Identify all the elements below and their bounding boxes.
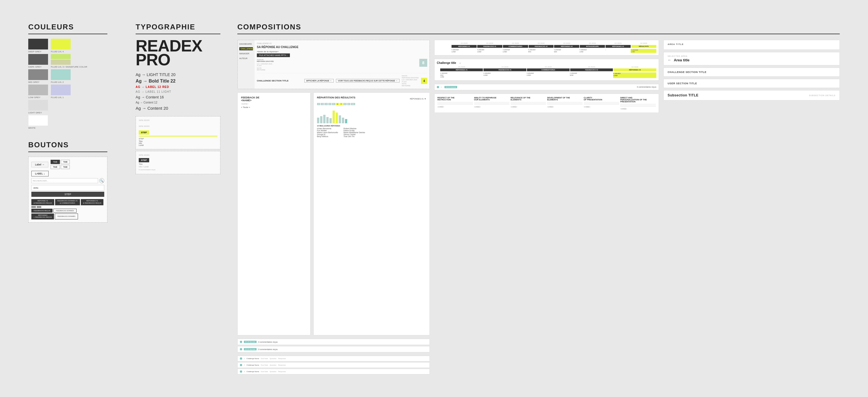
feedbacks-donnes3-btn[interactable]: FEEDBACKS DONNÉS — [55, 214, 78, 220]
step-progress-line — [139, 136, 217, 137]
bar-3 — [323, 115, 326, 123]
swatch-signature — [51, 60, 71, 65]
panel-area-title: AREA TITLE — [668, 43, 836, 46]
comp-mid-col: XX 20/20 XX 20/20 XX 20/20 XX 20/20 XX 2… — [434, 40, 659, 374]
btn-row-step: STEP — [31, 192, 104, 197]
file-btn[interactable]: FILE ATTACHED NAME.PPTX ↓ — [257, 53, 290, 57]
rubric-col-3: RELEVANCE OF THEELEMENTS <CRÉÉ> — [510, 97, 546, 108]
col-reponses3: RÉPONSES #3 — [606, 45, 631, 48]
bar-9 — [342, 118, 344, 123]
subsection-title: Subsection TITLE — [668, 93, 699, 97]
feedbacks-donnes-btn[interactable]: FEEDBACKS DONNÉS #1& COMMENTAIRES — [55, 199, 80, 205]
search-input-mock: RECHERCHER... — [31, 178, 98, 183]
reponses-dropdown[interactable]: RÉPONSES #1 ▼ — [410, 98, 426, 100]
col-feedbacks1: FEEDBACKS #1 — [477, 45, 502, 48]
bar-2 — [320, 116, 322, 123]
bar-8 — [339, 115, 341, 123]
colors-grid: DEEP GREY FLUID LVL 4 DARK GREY — [28, 39, 107, 129]
nav-dashboard[interactable]: DASHBOARD — [239, 42, 253, 46]
btn-row-2: LABEL ↓ — [31, 171, 104, 176]
mini-card-1: 1 Challenge Name Due Date Question Respo… — [237, 356, 430, 361]
panel-area-title-section: AREA TITLE — [663, 40, 840, 50]
grey-btn-2[interactable] — [37, 206, 41, 208]
color-row-2: DARK GREY FLUID LVL 3 / SIGNATURE COLOR — [28, 54, 107, 68]
label-arrow-btn[interactable]: Label → — [31, 162, 48, 167]
typo-column: TYPOGRAPHIE READEX PRO Ag → LIGHT TITLE … — [135, 23, 220, 374]
color-row-5: LIGHT GREY — [28, 100, 107, 114]
score-data-row: 4 JANVIERLUNDI 4 JANVIERLUNDI 4 JANVIERL… — [437, 49, 656, 53]
green-dot-2 — [240, 348, 242, 350]
reponses-feedbacks2-btn[interactable]: RÉPONSES+ FEEDBACKS REÇUS — [31, 214, 54, 220]
afficher-btn[interactable]: AFFICHER LA RÉPONSE → — [304, 79, 334, 83]
nav-auteur[interactable]: AUTEUR — [239, 57, 253, 60]
col-reponses2: RÉPONSES #2 — [554, 45, 579, 48]
step-info: STEP — [139, 138, 217, 140]
panel-subsection: Subsection TITLE SUBSECTION DETAILS — [663, 90, 840, 101]
response-card-1: 02:10 donnée 3 commentaires reçus — [237, 339, 430, 345]
search-row: RECHERCHER... 🔍 — [31, 178, 104, 183]
tab-btn-1[interactable]: TAB — [51, 160, 60, 164]
nav-challenges[interactable]: CHALLENGES — [239, 47, 253, 50]
typo-entry-3: AG → LABEL 12 RED — [135, 85, 220, 88]
grey-btn-1[interactable] — [31, 206, 36, 208]
results-card: RÉPARTITION DES RÉSULTATS RÉPONSES #1 ▼ … — [313, 92, 430, 335]
subsection-details: SUBSECTION DETAILS — [809, 94, 836, 96]
reponse-feedbacks-btn[interactable]: RÉPONSE #1& FEEDBACKS REÇUS — [31, 199, 54, 205]
tab-btn-3[interactable]: TAB — [51, 165, 60, 169]
col-reponses1: RÉPONSES #1 — [452, 45, 477, 48]
label-down-btn[interactable]: LABEL ↓ — [31, 171, 49, 176]
feedbacks-donnes2-btn[interactable]: FEEDBACKS DONNÉS — [53, 209, 76, 212]
color-row-3: MID GREY FLUID LVL 2 — [28, 69, 107, 83]
swatch-fluid2 — [51, 69, 71, 80]
challenge-score-table: Challenge title → XX 20/20 XX 20/20 XX 2… — [434, 59, 659, 81]
swatch-mid-grey — [28, 69, 48, 80]
boutons-title: BOUTONS — [28, 141, 107, 152]
score-col-headers: RÉPONSES #1 FEEDBACKS #1 COMMENTAIRES FE… — [437, 45, 656, 48]
challenge-sidebar: DASHBOARD CHALLENGES MANAGER AUTEUR CHAL… — [238, 40, 430, 89]
bar-7 — [336, 113, 338, 123]
typo-entries: Ag → LIGHT TITLE 20 Ag → Bold Title 22 A… — [135, 73, 220, 111]
step-dark-btn: STEP — [139, 158, 149, 162]
big-score-table: XX 20/20 XX 20/20 XX 20/20 XX 20/20 XX 2… — [434, 40, 659, 55]
challenge-card: DASHBOARD CHALLENGES MANAGER AUTEUR CHAL… — [237, 40, 430, 89]
back-arrow-icon[interactable]: ← — [668, 58, 672, 62]
names-lists: 10 MEILLEURES RÉPONSES Icham Benzema Fox… — [317, 125, 426, 137]
delta-input[interactable]: delta — [31, 185, 104, 191]
challenge-arrow: → — [458, 61, 461, 64]
typo-entry-6: Ag → Content 12 — [135, 101, 220, 104]
compositions-title: COMPOSITIONS — [237, 23, 840, 34]
comp-left-col: DASHBOARD CHALLENGES MANAGER AUTEUR CHAL… — [237, 40, 430, 374]
voir-feedbacks-btn[interactable]: VOIR TOUS LES FEEDBACKS REÇUS SUR CETTE … — [336, 79, 400, 83]
rubric-col-2: ABILITY TO REPHRASEOUR ELEMENTS <CRÉÉ> — [474, 97, 509, 108]
response-card-2: 02:10 donnée 3 commentaires reçus — [237, 346, 430, 352]
nav-manager[interactable]: MANAGER — [239, 52, 253, 55]
tab-btn-4[interactable]: TAB — [61, 165, 70, 169]
results-bar-chart — [317, 106, 426, 123]
typo-entry-4: AG → LABEL 11 LIGHT — [135, 90, 220, 93]
typo-entry-7: Ag → Content 20 — [135, 106, 220, 111]
feedback-results-row: FEEDBACK DE<NAME> <DATE> « Texte » RÉPAR… — [237, 92, 430, 335]
col-resultats: RÉSULTATS — [631, 45, 656, 48]
challenge-number: CHALLENGE #2 — [257, 42, 427, 45]
swatch-fluid3 — [51, 54, 71, 59]
step-btn[interactable]: STEP — [31, 192, 104, 197]
reponses-btn[interactable]: RÉPONSES #1& FEEDBACKS REÇUS — [81, 199, 104, 205]
search-icon[interactable]: 🔍 — [99, 178, 104, 183]
swatch-white — [28, 115, 48, 126]
selected-area-label: SELECTED AREA — [668, 55, 836, 57]
comp-right-col: AREA TITLE SELECTED AREA ← Area title CH… — [663, 40, 840, 374]
rubric-value-4: <CRÉÉ> — [547, 106, 582, 108]
feedbacks-recus-btn[interactable]: FEEDBACKS REÇUS — [31, 209, 53, 212]
step-component: XX% XX/XX XX% XX/XX STEP STEP TitreInfoL… — [135, 116, 220, 149]
swatch-dark-grey — [28, 54, 48, 65]
typo-entry-1: Ag → LIGHT TITLE 20 — [135, 73, 220, 77]
tab-btn-2[interactable]: TAB — [61, 160, 70, 164]
comp-main: DASHBOARD CHALLENGES MANAGER AUTEUR CHAL… — [237, 40, 840, 374]
col-feedbacks2: FEEDBACKS #2 — [529, 45, 554, 48]
panel-user-section: USER SECTION TITLE — [663, 79, 840, 88]
response-label: «texte de la réponse» — [257, 50, 427, 53]
rubric-col-1: RESPECT OF THEINSTRUCTION <CRÉÉ> — [437, 97, 473, 108]
buttons-section: BOUTONS Label → TAB TAB TAB — [28, 141, 107, 223]
panel-selected-area: SELECTED AREA ← Area title — [663, 52, 840, 65]
feedback-date: <DATE> — [241, 103, 307, 105]
